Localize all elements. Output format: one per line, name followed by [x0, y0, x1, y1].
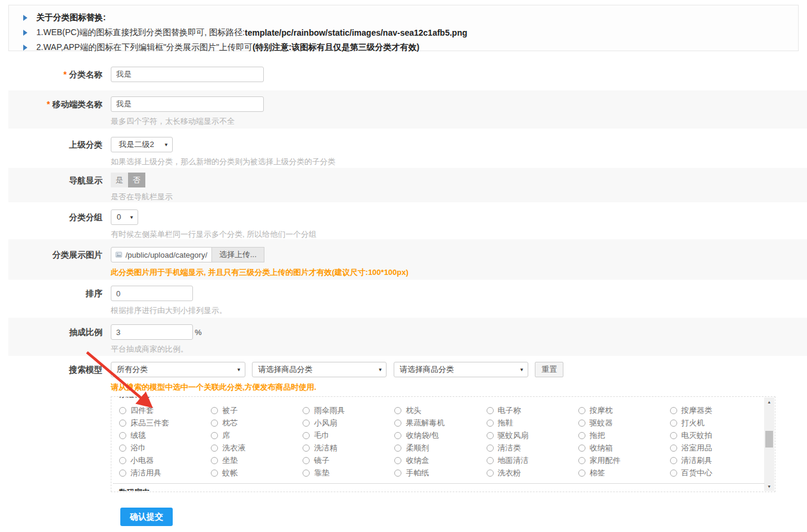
radio-option[interactable]: 按摩器类: [670, 404, 762, 417]
radio-option[interactable]: 清洁用具: [119, 467, 211, 479]
radio-icon[interactable]: [578, 457, 585, 464]
radio-icon[interactable]: [394, 457, 401, 464]
radio-option[interactable]: 浴巾: [119, 442, 211, 454]
scroll-up-icon[interactable]: ▲: [764, 398, 774, 406]
radio-option[interactable]: 靠垫: [303, 467, 394, 479]
radio-icon[interactable]: [670, 407, 677, 414]
model-select-2[interactable]: 请选择商品分类 ▼: [252, 362, 387, 377]
radio-icon[interactable]: [578, 470, 585, 477]
radio-option[interactable]: 手帕纸: [394, 467, 486, 479]
radio-icon[interactable]: [303, 470, 310, 477]
radio-option[interactable]: 镜子: [303, 454, 394, 467]
radio-option[interactable]: 百货中心: [670, 467, 762, 479]
radio-option[interactable]: 四件套: [119, 404, 211, 417]
radio-icon[interactable]: [487, 420, 494, 427]
radio-icon[interactable]: [211, 457, 218, 464]
radio-option[interactable]: 毛巾: [303, 429, 394, 442]
radio-icon[interactable]: [670, 445, 677, 452]
radio-option[interactable]: 清洁刷具: [670, 454, 762, 467]
radio-icon[interactable]: [303, 432, 310, 439]
category-group-select[interactable]: 0 ▼: [111, 209, 138, 225]
radio-icon[interactable]: [211, 470, 218, 477]
model-select-3[interactable]: 请选择商品分类 ▼: [394, 362, 528, 377]
radio-option[interactable]: 拖鞋: [487, 417, 578, 429]
radio-option[interactable]: 被子: [211, 404, 303, 417]
radio-icon[interactable]: [394, 432, 401, 439]
radio-option[interactable]: 洗衣粉: [487, 467, 578, 479]
radio-icon[interactable]: [119, 407, 126, 414]
mobile-name-input[interactable]: [111, 96, 264, 112]
radio-option[interactable]: 枕头: [394, 404, 486, 417]
radio-icon[interactable]: [119, 432, 126, 439]
radio-icon[interactable]: [303, 445, 310, 452]
radio-icon[interactable]: [211, 420, 218, 427]
reset-button[interactable]: 重置: [535, 362, 563, 377]
category-name-input[interactable]: [111, 67, 264, 82]
radio-option[interactable]: 枕芯: [211, 417, 303, 429]
sort-input[interactable]: [111, 286, 193, 301]
radio-option[interactable]: 清洁类: [487, 442, 578, 454]
radio-option[interactable]: 洗衣液: [211, 442, 303, 454]
radio-option[interactable]: 收纳袋/包: [394, 429, 486, 442]
radio-option[interactable]: 拖把: [578, 429, 670, 442]
radio-option[interactable]: 果蔬解毒机: [394, 417, 486, 429]
radio-option[interactable]: 柔顺剂: [394, 442, 486, 454]
radio-option[interactable]: 坐垫: [211, 454, 303, 467]
radio-option[interactable]: 棉签: [578, 467, 670, 479]
radio-option[interactable]: 驱蚊风扇: [487, 429, 578, 442]
options-scrollbar[interactable]: ▲ ▼: [764, 398, 774, 491]
radio-option[interactable]: 小风扇: [303, 417, 394, 429]
radio-option[interactable]: 电灭蚊拍: [670, 429, 762, 442]
radio-icon[interactable]: [670, 432, 677, 439]
radio-icon[interactable]: [211, 407, 218, 414]
commission-input[interactable]: [111, 324, 193, 340]
radio-option[interactable]: 雨伞雨具: [303, 404, 394, 417]
radio-icon[interactable]: [487, 445, 494, 452]
radio-option[interactable]: 席: [211, 429, 303, 442]
radio-icon[interactable]: [394, 470, 401, 477]
radio-icon[interactable]: [487, 407, 494, 414]
radio-icon[interactable]: [394, 420, 401, 427]
radio-option[interactable]: 地面清洁: [487, 454, 578, 467]
radio-icon[interactable]: [119, 470, 126, 477]
model-select-1[interactable]: 所有分类 ▼: [111, 362, 245, 377]
radio-icon[interactable]: [487, 457, 494, 464]
radio-icon[interactable]: [394, 407, 401, 414]
parent-category-select[interactable]: 我是二级2 ▼: [111, 137, 173, 152]
radio-icon[interactable]: [211, 445, 218, 452]
radio-option[interactable]: 绒毯: [119, 429, 211, 442]
radio-icon[interactable]: [211, 432, 218, 439]
radio-option[interactable]: 洗洁精: [303, 442, 394, 454]
radio-option[interactable]: 按摩枕: [578, 404, 670, 417]
choose-upload-button[interactable]: 选择上传...: [211, 247, 264, 262]
radio-icon[interactable]: [578, 420, 585, 427]
radio-icon[interactable]: [670, 470, 677, 477]
nav-display-no-button[interactable]: 否: [128, 173, 145, 187]
radio-icon[interactable]: [487, 470, 494, 477]
radio-icon[interactable]: [487, 432, 494, 439]
radio-option[interactable]: 驱蚊器: [578, 417, 670, 429]
radio-option[interactable]: 电子称: [487, 404, 578, 417]
radio-option[interactable]: 小电器: [119, 454, 211, 467]
scrollbar-thumb[interactable]: [765, 431, 773, 447]
radio-option[interactable]: 家用配件: [578, 454, 670, 467]
radio-icon[interactable]: [119, 445, 126, 452]
radio-option[interactable]: 床品三件套: [119, 417, 211, 429]
radio-icon[interactable]: [394, 445, 401, 452]
radio-option[interactable]: 蚊帐: [211, 467, 303, 479]
radio-option[interactable]: 浴室用品: [670, 442, 762, 454]
radio-icon[interactable]: [578, 407, 585, 414]
radio-option[interactable]: 收纳箱: [578, 442, 670, 454]
radio-icon[interactable]: [303, 407, 310, 414]
radio-icon[interactable]: [119, 420, 126, 427]
radio-icon[interactable]: [578, 432, 585, 439]
scroll-down-icon[interactable]: ▼: [764, 482, 774, 491]
radio-icon[interactable]: [303, 457, 310, 464]
radio-option[interactable]: 收纳盒: [394, 454, 486, 467]
radio-icon[interactable]: [303, 420, 310, 427]
nav-display-yes-button[interactable]: 是: [111, 173, 128, 187]
radio-icon[interactable]: [670, 457, 677, 464]
radio-icon[interactable]: [119, 457, 126, 464]
radio-icon[interactable]: [670, 420, 677, 427]
radio-icon[interactable]: [578, 445, 585, 452]
